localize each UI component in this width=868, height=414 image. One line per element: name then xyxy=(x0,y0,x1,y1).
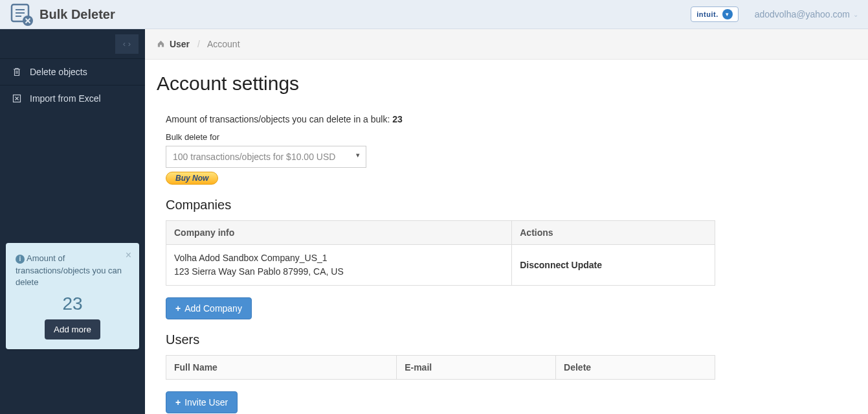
breadcrumb: User / Account xyxy=(145,29,868,60)
info-title: iAmount of transactions/objects you can … xyxy=(16,253,129,288)
bulk-deleter-icon xyxy=(10,3,33,26)
table-row: Volha Adod Sandbox Company_US_1 123 Sier… xyxy=(166,245,715,286)
company-address: 123 Sierra Way San Pablo 87999, CA, US xyxy=(174,265,504,279)
sidebar-item-label: Import from Excel xyxy=(30,93,101,104)
plus-icon: + xyxy=(175,303,181,314)
info-box: × iAmount of transactions/objects you ca… xyxy=(6,243,139,349)
breadcrumb-user[interactable]: User xyxy=(170,39,190,49)
excel-icon xyxy=(12,93,22,104)
info-count: 23 xyxy=(16,293,129,314)
app-logo: Bulk Deleter xyxy=(10,3,115,26)
sidebar-item-import-excel[interactable]: Import from Excel xyxy=(0,85,145,111)
app-name: Bulk Deleter xyxy=(39,7,115,22)
sidebar-item-delete-objects[interactable]: Delete objects xyxy=(0,58,145,85)
breadcrumb-account: Account xyxy=(207,39,240,49)
th-email: E-mail xyxy=(397,356,556,380)
close-icon[interactable]: × xyxy=(126,249,131,261)
chevron-down-icon: ▾ xyxy=(722,9,733,19)
th-delete: Delete xyxy=(556,356,715,380)
users-table: Full Name E-mail Delete xyxy=(166,355,715,380)
disconnect-link[interactable]: Disconnect xyxy=(520,260,568,270)
invite-user-button[interactable]: + Invite User xyxy=(166,391,238,413)
th-full-name: Full Name xyxy=(166,356,397,380)
update-link[interactable]: Update xyxy=(572,260,602,270)
sidebar-item-label: Delete objects xyxy=(30,67,87,77)
companies-heading: Companies xyxy=(166,198,849,213)
user-email: adodvolha@yahoo.com xyxy=(755,9,850,19)
add-company-button[interactable]: + Add Company xyxy=(166,297,252,319)
plus-icon: + xyxy=(175,397,181,408)
company-name: Volha Adod Sandbox Company_US_1 xyxy=(174,251,504,265)
buy-now-button[interactable]: Buy Now xyxy=(166,172,218,185)
sidebar: ‹ › Delete objects Import from Excel × i… xyxy=(0,29,145,414)
users-heading: Users xyxy=(166,332,849,347)
info-icon: i xyxy=(16,255,25,264)
companies-table: Company info Actions Volha Adod Sandbox … xyxy=(166,220,715,286)
page-title: Account settings xyxy=(157,73,849,95)
intuit-button[interactable]: intuit. ▾ xyxy=(691,6,738,22)
trash-icon xyxy=(12,67,22,77)
sidebar-toggle[interactable]: ‹ › xyxy=(115,34,139,54)
th-actions: Actions xyxy=(512,221,715,245)
intuit-label: intuit. xyxy=(696,10,718,18)
home-icon[interactable] xyxy=(157,39,168,49)
add-more-button[interactable]: Add more xyxy=(45,319,100,339)
user-menu[interactable]: adodvolha@yahoo.com ⌄ xyxy=(755,9,858,19)
th-company-info: Company info xyxy=(166,221,512,245)
chevron-down-icon: ⌄ xyxy=(853,11,858,18)
bulk-delete-select[interactable]: 100 transactions/objects for $10.00 USD xyxy=(166,146,366,168)
amount-line: Amount of transactions/objects you can d… xyxy=(166,114,849,124)
bulk-delete-label: Bulk delete for xyxy=(166,132,849,142)
